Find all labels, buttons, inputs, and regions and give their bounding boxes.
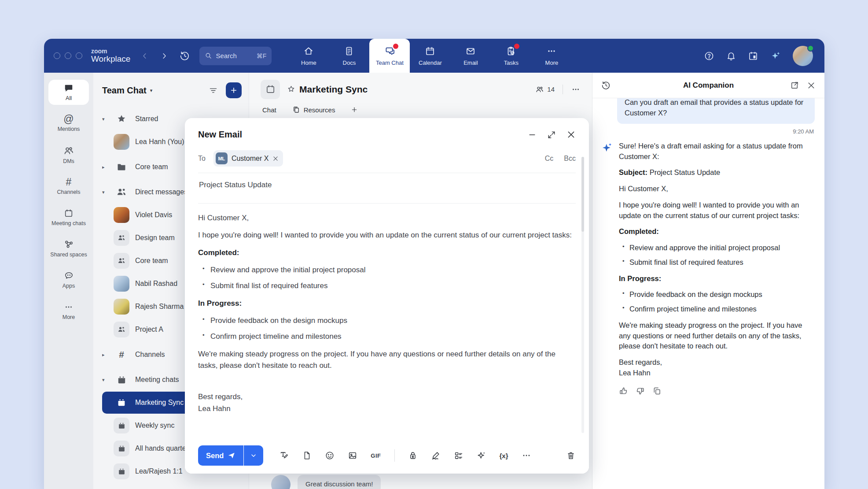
chevron-down-icon[interactable]: ▾ bbox=[102, 189, 114, 195]
user-avatar[interactable] bbox=[793, 46, 813, 66]
tab-resources[interactable]: Resources bbox=[292, 106, 335, 114]
chat-list-title[interactable]: Team Chat bbox=[102, 85, 147, 96]
email-signature: Lea Hahn bbox=[198, 403, 576, 415]
send-options-button[interactable] bbox=[244, 445, 263, 466]
close-icon[interactable] bbox=[807, 81, 816, 90]
chevron-right-icon[interactable]: ▸ bbox=[102, 164, 114, 170]
nav-home[interactable]: Home bbox=[288, 39, 329, 73]
discard-draft-icon[interactable] bbox=[566, 451, 576, 460]
window-zoom-button[interactable] bbox=[76, 52, 82, 59]
add-tab-button[interactable] bbox=[351, 106, 358, 113]
email-signoff: Best regards, bbox=[198, 391, 576, 403]
expand-icon[interactable] bbox=[547, 130, 556, 139]
left-rail: All @ Mentions DMs # Channels Meeting ch… bbox=[44, 73, 93, 489]
ai-completed-list: Review and approve the initial project p… bbox=[622, 243, 815, 268]
email-in-progress-label: In Progress: bbox=[198, 298, 576, 309]
encrypt-icon[interactable] bbox=[408, 451, 418, 460]
cc-button[interactable]: Cc bbox=[545, 155, 554, 163]
tab-chat[interactable]: Chat bbox=[262, 106, 276, 114]
more-icon bbox=[546, 45, 557, 57]
nav-tasks[interactable]: Tasks bbox=[491, 39, 531, 73]
page-title: Marketing Sync bbox=[299, 84, 368, 95]
nav-email[interactable]: Email bbox=[450, 39, 491, 73]
recipient-avatar: ML bbox=[216, 152, 228, 164]
ai-sparkle-icon bbox=[601, 142, 613, 396]
rail-item-more[interactable]: More bbox=[48, 299, 89, 324]
nav-more[interactable]: More bbox=[531, 39, 572, 73]
rail-item-channels[interactable]: # Channels bbox=[48, 174, 89, 199]
ai-signoff: Best regards, bbox=[619, 357, 815, 368]
scrollbar-thumb[interactable] bbox=[581, 157, 584, 232]
ai-sparkle-icon[interactable] bbox=[477, 451, 486, 460]
search-input[interactable]: Search ⌘F bbox=[199, 47, 272, 65]
bcc-button[interactable]: Bcc bbox=[564, 155, 576, 163]
notifications-bell-icon[interactable] bbox=[726, 51, 736, 61]
window-close-button[interactable] bbox=[54, 52, 60, 59]
thumbs-up-icon[interactable] bbox=[619, 386, 628, 396]
forward-arrow-icon[interactable] bbox=[160, 52, 168, 60]
chevron-right-icon[interactable]: ▸ bbox=[102, 352, 114, 358]
home-icon bbox=[303, 45, 314, 57]
form-layout-icon[interactable] bbox=[454, 451, 463, 460]
list-item: Review and approve the initial project p… bbox=[202, 264, 576, 276]
image-icon[interactable] bbox=[348, 451, 357, 460]
history-icon[interactable] bbox=[601, 81, 611, 90]
ai-conversation[interactable]: Can you draft an email that provides a s… bbox=[592, 98, 824, 489]
window-minimize-button[interactable] bbox=[65, 52, 71, 59]
gif-button[interactable]: GIF bbox=[371, 452, 381, 459]
ai-in-progress-label: In Progress: bbox=[619, 274, 815, 284]
email-completed-label: Completed: bbox=[198, 247, 576, 259]
avatar bbox=[114, 276, 129, 292]
nav-calendar[interactable]: Calendar bbox=[410, 39, 450, 73]
chevron-down-icon[interactable]: ▾ bbox=[102, 116, 114, 122]
avatar bbox=[114, 299, 129, 315]
emoji-icon[interactable] bbox=[325, 451, 335, 460]
rail-item-meeting-chats[interactable]: Meeting chats bbox=[48, 205, 89, 230]
rail-item-all[interactable]: All bbox=[48, 80, 89, 105]
rail-item-dms[interactable]: DMs bbox=[48, 142, 89, 168]
people-icon bbox=[114, 184, 129, 200]
toolbar-more-icon[interactable] bbox=[522, 451, 531, 460]
ai-closing: We're making steady progress on the proj… bbox=[619, 320, 815, 352]
back-arrow-icon[interactable] bbox=[141, 52, 149, 60]
channel-more-icon[interactable] bbox=[571, 85, 581, 94]
calendar-panel-icon[interactable] bbox=[748, 51, 758, 61]
history-icon[interactable] bbox=[180, 51, 190, 61]
ai-companion-icon[interactable] bbox=[770, 50, 781, 62]
to-field[interactable]: To ML Customer X Cc Bcc bbox=[198, 150, 576, 167]
open-in-new-icon[interactable] bbox=[790, 81, 799, 90]
email-greeting: Hi Customer X, bbox=[198, 212, 576, 224]
thumbs-down-icon[interactable] bbox=[636, 386, 645, 396]
members-count[interactable]: 14 bbox=[535, 85, 555, 94]
resources-icon bbox=[292, 106, 300, 114]
star-outline-icon[interactable] bbox=[287, 85, 295, 93]
nav-team-chat[interactable]: Team Chat bbox=[369, 39, 410, 73]
email-body-editor[interactable]: Hi Customer X, I hope you're doing well!… bbox=[198, 204, 576, 415]
filter-icon[interactable] bbox=[209, 86, 218, 95]
subject-field[interactable]: Project Status Update bbox=[198, 173, 576, 197]
chevron-down-icon[interactable]: ▾ bbox=[102, 377, 114, 383]
close-icon[interactable] bbox=[566, 130, 576, 139]
help-icon[interactable] bbox=[704, 51, 714, 61]
rail-item-apps[interactable]: Apps bbox=[48, 267, 89, 293]
meeting-calendar-icon bbox=[114, 372, 129, 388]
minimize-icon[interactable] bbox=[528, 130, 537, 139]
format-text-icon[interactable] bbox=[279, 451, 289, 460]
attach-file-icon[interactable] bbox=[302, 451, 312, 460]
search-placeholder: Search bbox=[216, 52, 237, 59]
nav-docs[interactable]: Docs bbox=[329, 39, 369, 73]
new-chat-button[interactable] bbox=[226, 82, 242, 98]
variables-button[interactable]: {x} bbox=[500, 452, 508, 459]
copy-icon[interactable] bbox=[652, 386, 662, 396]
send-button[interactable]: Send bbox=[198, 445, 243, 466]
signature-icon[interactable] bbox=[431, 451, 441, 460]
avatar bbox=[114, 134, 129, 150]
search-icon bbox=[205, 52, 212, 59]
mentions-icon: @ bbox=[63, 114, 74, 124]
remove-recipient-icon[interactable] bbox=[272, 156, 279, 162]
meeting-calendar-icon bbox=[114, 441, 129, 456]
list-item: Confirm project timeline and milestones bbox=[622, 304, 815, 315]
rail-item-shared-spaces[interactable]: Shared spaces bbox=[48, 236, 89, 261]
recipient-chip[interactable]: ML Customer X bbox=[213, 150, 283, 167]
rail-item-mentions[interactable]: @ Mentions bbox=[48, 111, 89, 136]
